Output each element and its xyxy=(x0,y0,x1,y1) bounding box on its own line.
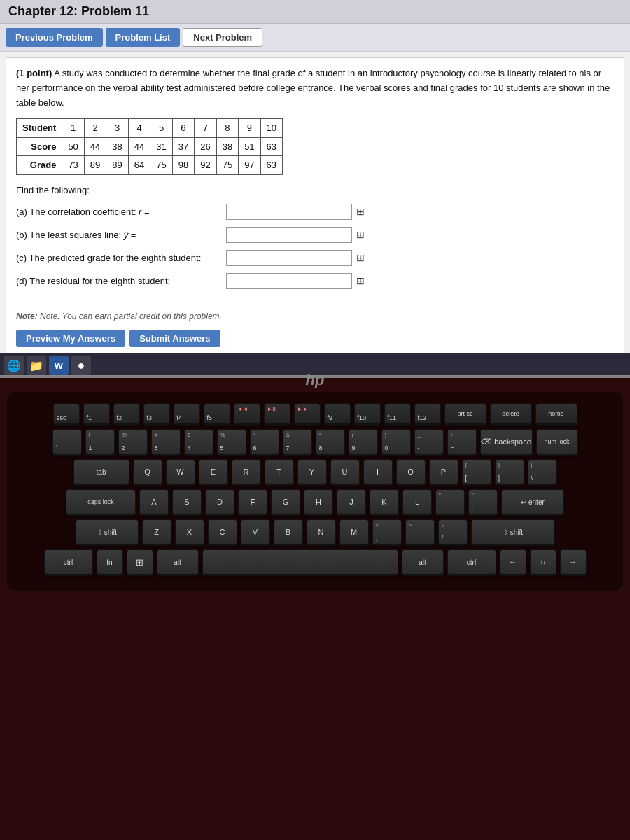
key-rctrl[interactable]: ctrl xyxy=(447,550,496,576)
key-f6[interactable]: ◄◄ xyxy=(234,403,260,426)
key-delete[interactable]: delete xyxy=(490,403,532,426)
key-quote[interactable]: "' xyxy=(468,489,498,516)
key-6[interactable]: ^6 xyxy=(250,429,279,456)
key-t[interactable]: T xyxy=(265,459,294,486)
taskbar-folder-icon[interactable]: 📁 xyxy=(27,356,46,375)
key-lalt[interactable]: alt xyxy=(157,550,199,576)
key-g[interactable]: G xyxy=(271,489,300,516)
key-c[interactable]: C xyxy=(208,519,237,546)
key-semicolon[interactable]: "; xyxy=(435,489,465,516)
key-f7[interactable]: ►II xyxy=(264,403,290,426)
key-b[interactable]: B xyxy=(274,519,303,546)
key-e[interactable]: E xyxy=(199,459,228,486)
key-rshift[interactable]: ⇧ shift xyxy=(471,519,555,546)
key-backslash[interactable]: |\ xyxy=(528,459,557,486)
taskbar-chrome-icon[interactable]: ● xyxy=(71,356,91,375)
col-10: 10 xyxy=(260,119,282,138)
grid-icon-b[interactable]: ⊞ xyxy=(356,227,365,242)
taskbar-word-icon[interactable]: W xyxy=(49,356,69,375)
key-h[interactable]: H xyxy=(304,489,333,516)
answer-b-input[interactable] xyxy=(226,227,352,243)
submit-answers-button[interactable]: Submit Answers xyxy=(130,330,220,347)
answer-a-input[interactable] xyxy=(226,204,352,220)
key-7[interactable]: &7 xyxy=(283,429,312,456)
key-a[interactable]: A xyxy=(139,489,169,516)
key-f2[interactable]: f2 xyxy=(113,403,140,426)
key-ralt[interactable]: alt xyxy=(402,550,444,576)
grid-icon-a[interactable]: ⊞ xyxy=(356,204,365,219)
problem-list-button[interactable]: Problem List xyxy=(106,28,181,47)
key-backtick[interactable]: ~` xyxy=(52,429,82,456)
key-updown[interactable]: ↑↓ xyxy=(530,550,556,576)
key-slash[interactable]: ?/ xyxy=(438,519,468,546)
key-right[interactable]: → xyxy=(560,550,587,576)
key-f1[interactable]: f1 xyxy=(83,403,110,426)
key-l[interactable]: L xyxy=(402,489,432,516)
key-prtsc[interactable]: prt sc xyxy=(444,403,486,426)
key-lctrl[interactable]: ctrl xyxy=(44,550,93,576)
preview-answers-button[interactable]: Preview My Answers xyxy=(16,330,125,347)
next-problem-button[interactable]: Next Problem xyxy=(183,28,262,47)
key-0[interactable]: )0 xyxy=(382,429,411,456)
key-s[interactable]: S xyxy=(172,489,202,516)
key-f4[interactable]: f4 xyxy=(174,403,200,426)
key-q[interactable]: Q xyxy=(133,459,162,486)
key-win[interactable]: ⊞ xyxy=(127,550,153,576)
key-enter[interactable]: ↩ enter xyxy=(501,489,564,516)
key-j[interactable]: J xyxy=(337,489,366,516)
prev-problem-button[interactable]: Previous Problem xyxy=(6,28,103,47)
key-1[interactable]: !1 xyxy=(85,429,115,456)
key-f8[interactable]: ►► xyxy=(294,403,321,426)
key-m[interactable]: M xyxy=(340,519,369,546)
key-x[interactable]: X xyxy=(175,519,204,546)
key-f12[interactable]: f12 xyxy=(414,403,441,426)
key-i[interactable]: I xyxy=(363,459,393,486)
key-5[interactable]: %5 xyxy=(217,429,246,456)
key-p[interactable]: P xyxy=(429,459,458,486)
score-1: 50 xyxy=(62,137,84,156)
key-f11[interactable]: f11 xyxy=(384,403,411,426)
key-y[interactable]: Y xyxy=(298,459,327,486)
key-lbracket[interactable]: {[ xyxy=(462,459,491,486)
answer-c-input[interactable] xyxy=(226,250,352,266)
key-space[interactable] xyxy=(202,550,398,576)
key-f3[interactable]: f3 xyxy=(144,403,170,426)
key-tab[interactable]: tab xyxy=(74,459,130,486)
key-equals[interactable]: += xyxy=(447,429,477,456)
key-z[interactable]: Z xyxy=(142,519,172,546)
answer-d-input[interactable] xyxy=(226,273,352,289)
key-comma[interactable]: <, xyxy=(372,519,402,546)
key-left[interactable]: ← xyxy=(500,550,526,576)
key-esc[interactable]: esc xyxy=(53,403,80,426)
key-n[interactable]: N xyxy=(307,519,336,546)
key-2[interactable]: @2 xyxy=(118,429,148,456)
key-4[interactable]: $4 xyxy=(184,429,214,456)
key-8[interactable]: *8 xyxy=(316,429,345,456)
key-rbracket[interactable]: }] xyxy=(495,459,524,486)
key-o[interactable]: O xyxy=(396,459,426,486)
key-k[interactable]: K xyxy=(370,489,399,516)
key-numlock[interactable]: num lock xyxy=(536,429,578,456)
key-f10[interactable]: f10 xyxy=(354,403,381,426)
taskbar-browser-icon[interactable]: 🌐 xyxy=(4,356,24,375)
key-lshift[interactable]: ⇧ shift xyxy=(76,519,139,546)
key-minus[interactable]: _- xyxy=(414,429,444,456)
key-home[interactable]: home xyxy=(536,403,578,426)
grid-icon-d[interactable]: ⊞ xyxy=(356,274,365,288)
key-u[interactable]: U xyxy=(330,459,360,486)
key-f[interactable]: F xyxy=(238,489,267,516)
key-d[interactable]: D xyxy=(205,489,234,516)
key-fn[interactable]: fn xyxy=(97,550,123,576)
key-period[interactable]: >. xyxy=(405,519,435,546)
key-9[interactable]: (9 xyxy=(349,429,378,456)
key-backspace[interactable]: ⌫ backspace xyxy=(480,429,533,456)
key-w[interactable]: W xyxy=(166,459,195,486)
key-r[interactable]: R xyxy=(232,459,261,486)
key-3[interactable]: #3 xyxy=(151,429,181,456)
key-f5[interactable]: f5 xyxy=(204,403,230,426)
grid-icon-c[interactable]: ⊞ xyxy=(356,251,365,265)
key-caps[interactable]: caps lock xyxy=(66,489,136,516)
points-label: (1 point) xyxy=(16,68,52,78)
key-f9[interactable]: f9 xyxy=(324,403,351,426)
key-v[interactable]: V xyxy=(241,519,270,546)
